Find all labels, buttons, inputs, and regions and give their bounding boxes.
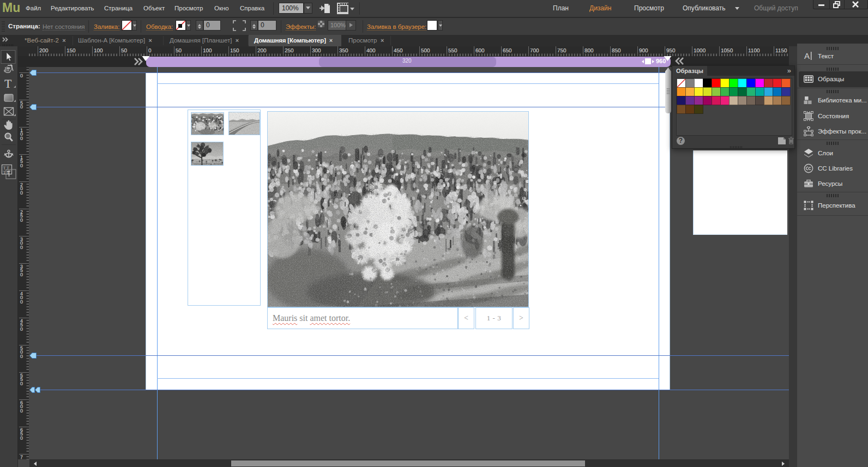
svg-text:250: 250 (285, 48, 294, 54)
svg-text:200: 200 (39, 48, 49, 54)
svg-text:T: T (4, 77, 12, 90)
svg-text:450: 450 (394, 48, 403, 54)
svg-text:0: 0 (20, 217, 23, 223)
svg-text:0: 0 (20, 190, 23, 196)
svg-text:0: 0 (20, 458, 23, 459)
svg-text:800: 800 (584, 48, 594, 54)
svg-text:0: 0 (20, 272, 23, 277)
svg-text:850: 850 (612, 48, 621, 54)
svg-text:0: 0 (20, 326, 23, 332)
svg-text:50: 50 (176, 48, 182, 54)
svg-text:50: 50 (121, 48, 128, 54)
svg-text:A: A (804, 52, 810, 61)
svg-text:0: 0 (20, 354, 23, 359)
svg-text:0: 0 (20, 299, 23, 305)
svg-text:1050: 1050 (721, 48, 733, 54)
svg-text:950: 950 (666, 48, 676, 54)
svg-text:0: 0 (20, 136, 23, 141)
svg-text:550: 550 (448, 48, 457, 54)
svg-text:0: 0 (20, 435, 23, 441)
svg-text:0: 0 (20, 381, 23, 386)
svg-text:100: 100 (94, 48, 103, 54)
svg-text:900: 900 (639, 48, 648, 54)
svg-text:200: 200 (257, 48, 267, 54)
svg-text:100: 100 (203, 48, 212, 54)
svg-text:150: 150 (67, 48, 76, 54)
svg-text:0: 0 (148, 48, 152, 54)
svg-text:500: 500 (421, 48, 430, 54)
svg-text:700: 700 (530, 48, 539, 54)
svg-text:600: 600 (475, 48, 485, 54)
svg-text:150: 150 (230, 48, 239, 54)
svg-text:0: 0 (20, 408, 23, 414)
svg-text:0: 0 (20, 163, 23, 168)
svg-text:0: 0 (20, 104, 23, 110)
svg-text:300: 300 (312, 48, 321, 54)
svg-text:1000: 1000 (694, 48, 706, 54)
svg-text:1100: 1100 (748, 48, 760, 54)
svg-text:1150: 1150 (775, 48, 787, 54)
svg-text:350: 350 (339, 48, 348, 54)
svg-text:650: 650 (503, 48, 512, 54)
svg-text:400: 400 (366, 48, 376, 54)
svg-text:750: 750 (557, 48, 566, 54)
svg-text:0: 0 (20, 73, 23, 78)
svg-text:0: 0 (20, 245, 23, 250)
